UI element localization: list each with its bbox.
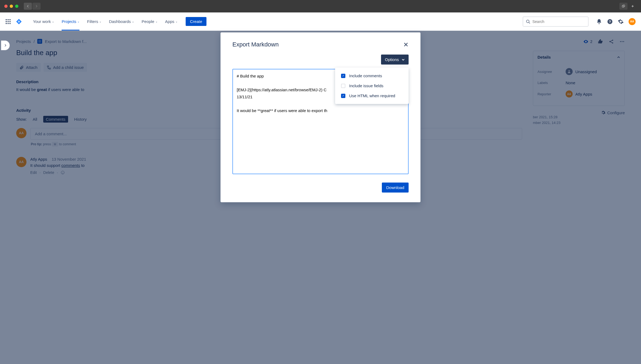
- svg-point-11: [526, 20, 529, 23]
- svg-point-17: [61, 171, 64, 174]
- nav-projects[interactable]: Projects⌄: [62, 19, 79, 31]
- tab-history[interactable]: History: [71, 116, 89, 123]
- nav-your-work[interactable]: Your work⌄: [33, 19, 54, 24]
- option-include-issue-fields[interactable]: Include issue fields: [335, 81, 409, 91]
- svg-point-19: [63, 172, 64, 172]
- share-icon[interactable]: [609, 39, 614, 44]
- svg-rect-7: [9, 21, 11, 22]
- traffic-lights: [4, 5, 18, 8]
- forward-button[interactable]: [32, 3, 41, 10]
- create-button[interactable]: Create: [186, 17, 206, 26]
- search-icon: [526, 19, 530, 24]
- new-tab-icon[interactable]: [629, 3, 637, 10]
- svg-rect-10: [9, 23, 11, 24]
- timestamps: ber 2021, 15:28 mber 2021, 14:23: [533, 114, 560, 126]
- svg-rect-3: [8, 19, 9, 20]
- details-panel: Details Assignee Unassigned Labels None: [533, 51, 625, 106]
- project-icon: [37, 39, 42, 44]
- options-dropdown: Include comments Include issue fields Us…: [335, 68, 409, 104]
- comment-edit[interactable]: Edit: [30, 170, 37, 175]
- more-actions-icon[interactable]: [619, 39, 625, 44]
- vote-icon[interactable]: [598, 39, 603, 44]
- option-include-comments[interactable]: Include comments: [335, 71, 409, 81]
- reporter-value[interactable]: AA Atly Apps: [566, 90, 620, 97]
- tab-all[interactable]: All: [30, 116, 40, 123]
- checkbox-checked-icon: [341, 94, 345, 98]
- window-titlebar: [0, 0, 641, 12]
- watch-button[interactable]: 2: [583, 39, 592, 44]
- comment-author[interactable]: Atly Apps: [30, 157, 47, 161]
- checkbox-unchecked-icon: [341, 84, 345, 88]
- svg-rect-5: [6, 21, 7, 22]
- comment-author-avatar: AA: [16, 157, 26, 167]
- labels-value[interactable]: None: [566, 80, 620, 85]
- back-button[interactable]: [24, 3, 32, 10]
- svg-point-18: [62, 172, 62, 172]
- help-icon[interactable]: ?: [607, 19, 613, 25]
- breadcrumb-project[interactable]: Export to Markdown f...: [45, 39, 86, 44]
- app-switcher-icon[interactable]: [5, 19, 11, 24]
- svg-rect-9: [8, 23, 9, 24]
- nav-filters[interactable]: Filters⌄: [87, 19, 101, 24]
- user-avatar[interactable]: AA: [629, 18, 636, 25]
- details-header[interactable]: Details: [533, 51, 625, 63]
- tab-comments[interactable]: Comments: [43, 116, 68, 123]
- svg-point-26: [569, 70, 570, 72]
- assignee-label: Assignee: [537, 70, 562, 74]
- search-input[interactable]: [532, 19, 585, 24]
- svg-text:?: ?: [609, 19, 611, 23]
- download-button[interactable]: Download: [382, 183, 409, 183]
- configure-button[interactable]: Configure: [601, 110, 625, 115]
- options-button[interactable]: Options: [381, 55, 409, 65]
- comment-body: It should support comments to: [30, 163, 86, 168]
- close-modal-button[interactable]: [403, 42, 409, 47]
- eye-icon: [583, 39, 589, 44]
- nav-links: Your work⌄ Projects⌄ Filters⌄ Dashboards…: [33, 19, 178, 24]
- comment-date: 13 November 2021: [52, 157, 86, 161]
- chevron-up-icon: [617, 56, 620, 59]
- option-use-html[interactable]: Use HTML when required: [335, 91, 409, 101]
- svg-rect-6: [8, 21, 9, 22]
- nav-people[interactable]: People⌄: [142, 19, 158, 24]
- notifications-icon[interactable]: [596, 19, 602, 25]
- breadcrumb-root[interactable]: Projects: [16, 39, 31, 44]
- gear-icon: [601, 110, 606, 115]
- jira-logo-icon[interactable]: [16, 18, 22, 25]
- svg-point-25: [623, 41, 624, 42]
- attach-button[interactable]: Attach: [16, 63, 41, 72]
- svg-rect-8: [6, 23, 7, 24]
- window-copy-icon[interactable]: [619, 3, 627, 10]
- close-icon: [403, 42, 409, 47]
- reporter-avatar: AA: [566, 90, 573, 97]
- settings-icon[interactable]: [618, 19, 624, 25]
- nav-dashboards[interactable]: Dashboards⌄: [109, 19, 134, 24]
- svg-point-24: [622, 41, 622, 42]
- maximize-window-icon[interactable]: [15, 5, 18, 8]
- close-window-icon[interactable]: [4, 5, 8, 8]
- add-child-issue-button[interactable]: Add a child issue: [44, 63, 87, 72]
- svg-rect-15: [47, 66, 49, 67]
- svg-rect-2: [6, 19, 7, 20]
- minimize-window-icon[interactable]: [10, 5, 13, 8]
- activity-show-label: Show:: [16, 117, 27, 122]
- svg-rect-14: [38, 40, 41, 43]
- export-markdown-modal: Export Markdown Options Include comments…: [221, 32, 420, 183]
- svg-rect-16: [49, 68, 50, 69]
- nav-apps[interactable]: Apps⌄: [165, 19, 178, 24]
- comment-delete[interactable]: Delete: [43, 170, 54, 175]
- assignee-value[interactable]: Unassigned: [566, 68, 620, 75]
- svg-point-23: [620, 41, 621, 42]
- chevron-down-icon: [402, 58, 405, 61]
- modal-title: Export Markdown: [232, 41, 279, 48]
- svg-rect-4: [9, 19, 11, 20]
- add-reaction-icon[interactable]: [61, 170, 65, 175]
- comment-avatar: AA: [16, 128, 26, 138]
- child-issue-icon: [47, 65, 51, 70]
- attachment-icon: [19, 65, 24, 70]
- reporter-label: Reporter: [537, 92, 562, 96]
- top-nav: Your work⌄ Projects⌄ Filters⌄ Dashboards…: [0, 12, 641, 31]
- labels-label: Labels: [537, 81, 562, 85]
- unassigned-avatar-icon: [566, 68, 573, 75]
- search-box[interactable]: [523, 16, 589, 27]
- checkbox-checked-icon: [341, 74, 345, 78]
